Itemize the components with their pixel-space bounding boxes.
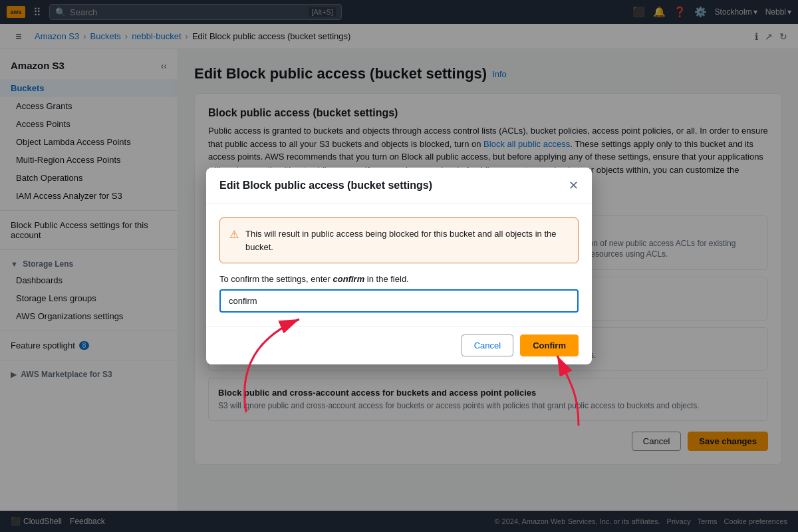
modal-close-button[interactable]: ✕ (569, 178, 579, 193)
modal-header: Edit Block public access (bucket setting… (206, 168, 592, 204)
warning-icon: ⚠ (229, 228, 239, 241)
warning-box: ⚠ This will result in public access bein… (219, 217, 579, 263)
confirm-modal: Edit Block public access (bucket setting… (206, 168, 592, 364)
warning-text: This will result in public access being … (245, 227, 569, 253)
modal-title: Edit Block public access (bucket setting… (219, 180, 432, 192)
modal-footer: Cancel Confirm (206, 326, 592, 364)
modal-body: ⚠ This will result in public access bein… (206, 204, 592, 326)
modal-confirm-button[interactable]: Confirm (520, 334, 579, 356)
modal-overlay[interactable]: Edit Block public access (bucket setting… (0, 0, 798, 511)
confirm-text-input[interactable] (219, 289, 579, 313)
modal-cancel-button[interactable]: Cancel (462, 334, 513, 356)
confirm-instruction: To confirm the settings, enter confirm i… (219, 274, 579, 284)
